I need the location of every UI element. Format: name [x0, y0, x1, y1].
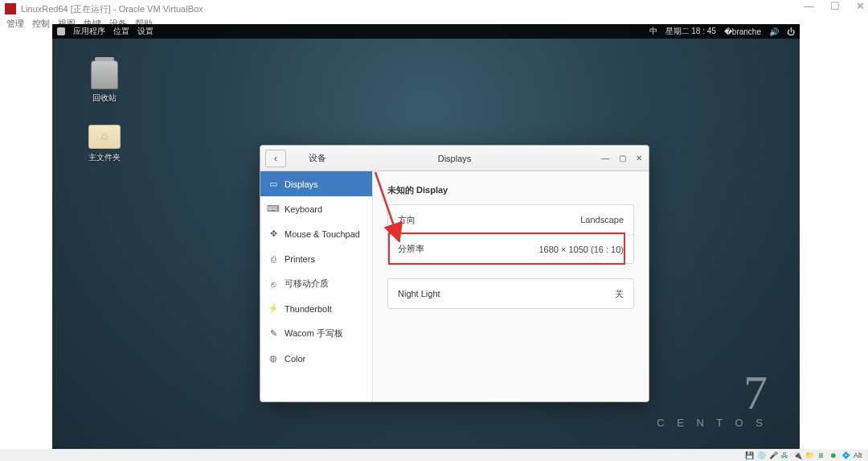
folder-icon	[88, 125, 121, 149]
virtualbox-statusbar: 💾 💿 🎤 🖧 🔌 📁 🖥 ⏺ 💠 Alt	[0, 449, 868, 461]
settings-header-left: 设备	[309, 152, 326, 164]
sidebar-item-removable[interactable]: ⎋ 可移动介质	[260, 271, 372, 296]
settings-window: ‹ 设备 Displays — ▢ ✕ ▭ Displays ⌨ Keyboar…	[260, 145, 649, 402]
settings-minimize-button[interactable]: —	[601, 154, 609, 163]
sidebar-item-label: Keyboard	[285, 204, 322, 214]
removable-media-icon: ⎋	[268, 279, 278, 289]
home-folder-icon[interactable]: 主文件夹	[84, 125, 125, 163]
vb-hdd-icon[interactable]: 💾	[745, 451, 755, 459]
thunderbolt-icon: ⚡	[268, 304, 278, 314]
sidebar-item-mouse[interactable]: ✥ Mouse & Touchpad	[260, 221, 372, 246]
minimize-button[interactable]: —	[804, 0, 814, 12]
sidebar-item-label: Printers	[285, 254, 315, 264]
sidebar-item-label: Wacom 手写板	[285, 327, 343, 340]
printer-icon: ⎙	[268, 254, 278, 264]
color-icon: ◍	[268, 354, 278, 364]
virtualbox-icon	[5, 3, 16, 14]
trash-icon[interactable]: 回收站	[84, 60, 125, 104]
applications-menu[interactable]: 应用程序	[73, 26, 105, 37]
night-light-group: Night Light 关	[387, 278, 634, 309]
volume-icon[interactable]: 🔊	[769, 27, 779, 36]
night-light-row[interactable]: Night Light 关	[388, 279, 633, 308]
trash-label: 回收站	[84, 93, 125, 104]
applications-icon[interactable]	[57, 27, 65, 35]
clock[interactable]: 星期二 18 : 45	[665, 26, 716, 37]
sidebar-item-label: Displays	[285, 179, 318, 189]
display-settings-group: 方向 Landscape 分辨率 1680 × 1050 (16 : 10)	[387, 204, 634, 264]
network-icon[interactable]: �branche	[724, 27, 761, 36]
input-method-indicator[interactable]: 中	[649, 26, 657, 37]
vb-menu-item[interactable]: 管理	[6, 18, 24, 31]
display-name-title: 未知的 Display	[387, 184, 634, 196]
orientation-label: 方向	[398, 214, 580, 226]
sidebar-item-keyboard[interactable]: ⌨ Keyboard	[260, 196, 372, 221]
back-button[interactable]: ‹	[265, 150, 286, 167]
home-label: 主文件夹	[84, 152, 125, 163]
centos-name: C E N T O S	[657, 417, 768, 429]
sidebar-item-displays[interactable]: ▭ Displays	[260, 171, 372, 196]
orientation-row[interactable]: 方向 Landscape	[388, 205, 633, 234]
virtualbox-titlebar: LinuxRed64 [正在运行] - Oracle VM VirtualBox…	[0, 0, 868, 18]
night-light-label: Night Light	[398, 289, 615, 298]
sidebar-item-label: Mouse & Touchpad	[285, 229, 360, 239]
close-button[interactable]: ✕	[856, 0, 865, 12]
vb-menu-item[interactable]: 控制	[32, 18, 50, 31]
resolution-row[interactable]: 分辨率 1680 × 1050 (16 : 10)	[388, 234, 633, 263]
resolution-label: 分辨率	[398, 243, 539, 255]
trash-bin-icon	[91, 60, 118, 89]
settings-sidebar: ▭ Displays ⌨ Keyboard ✥ Mouse & Touchpad…	[260, 171, 373, 401]
vb-display-icon[interactable]: 🖥	[817, 451, 827, 459]
sidebar-item-thunderbolt[interactable]: ⚡ Thunderbolt	[260, 296, 372, 321]
mouse-icon: ✥	[268, 229, 278, 239]
sidebar-item-label: 可移动介质	[285, 278, 329, 290]
orientation-value: Landscape	[580, 215, 624, 224]
vb-network-icon[interactable]: 🖧	[781, 451, 791, 459]
gnome-topbar: 应用程序 位置 设置 中 星期二 18 : 45 �branche 🔊 ⏻	[52, 24, 800, 39]
settings-window-controls: — ▢ ✕	[601, 154, 642, 163]
sidebar-item-label: Thunderbolt	[285, 304, 332, 314]
guest-desktop: 应用程序 位置 设置 中 星期二 18 : 45 �branche 🔊 ⏻ 回收…	[52, 24, 800, 449]
vb-audio-icon[interactable]: 🎤	[769, 451, 779, 459]
night-light-value: 关	[615, 288, 624, 300]
maximize-button[interactable]: ☐	[830, 0, 840, 12]
places-menu[interactable]: 位置	[113, 26, 129, 37]
vb-shared-folder-icon[interactable]: 📁	[805, 451, 815, 459]
virtualbox-title: LinuxRed64 [正在运行] - Oracle VM VirtualBox	[21, 3, 203, 15]
settings-indicator[interactable]: 设置	[137, 26, 154, 37]
power-icon[interactable]: ⏻	[787, 27, 795, 36]
vb-optical-icon[interactable]: 💿	[757, 451, 767, 459]
wacom-icon: ✎	[268, 329, 278, 339]
vb-usb-icon[interactable]: 🔌	[793, 451, 803, 459]
virtualbox-window-controls: — ☐ ✕	[804, 0, 865, 12]
vb-cpu-icon[interactable]: 💠	[841, 451, 851, 459]
sidebar-item-wacom[interactable]: ✎ Wacom 手写板	[260, 321, 372, 346]
centos-version: 7	[657, 368, 768, 417]
settings-header-center: Displays	[438, 154, 472, 163]
sidebar-item-printers[interactable]: ⎙ Printers	[260, 246, 372, 271]
display-icon: ▭	[268, 179, 278, 189]
settings-maximize-button[interactable]: ▢	[619, 154, 626, 163]
vb-recording-icon[interactable]: ⏺	[829, 451, 839, 459]
keyboard-icon: ⌨	[268, 204, 278, 214]
sidebar-item-color[interactable]: ◍ Color	[260, 346, 372, 371]
settings-header: ‹ 设备 Displays — ▢ ✕	[260, 146, 649, 171]
settings-panel: 未知的 Display 方向 Landscape 分辨率 1680 × 1050…	[373, 171, 649, 401]
sidebar-item-label: Color	[285, 354, 305, 364]
resolution-value: 1680 × 1050 (16 : 10)	[539, 245, 624, 254]
centos-brand: 7 C E N T O S	[657, 368, 768, 429]
vb-host-key: Alt	[854, 451, 863, 459]
settings-close-button[interactable]: ✕	[636, 154, 642, 163]
